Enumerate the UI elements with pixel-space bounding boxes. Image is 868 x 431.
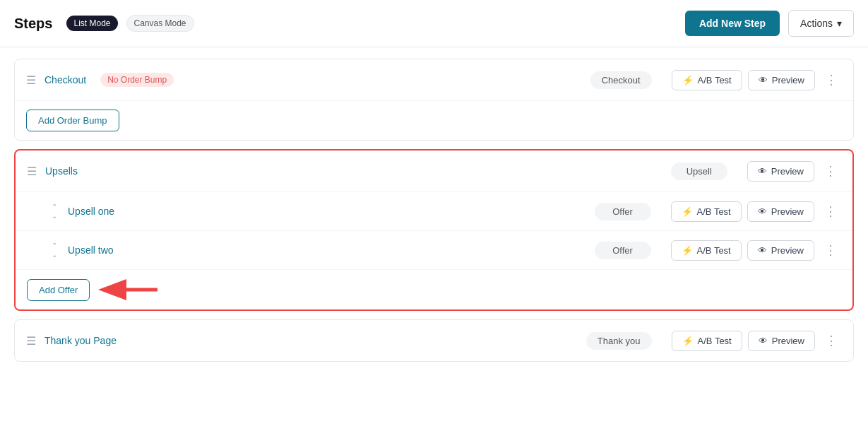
offer-name-upsell-one: Upsell one	[68, 206, 114, 217]
step-name-upsells: Upsells	[45, 165, 78, 177]
drag-icon-checkout[interactable]: ☰	[26, 73, 36, 87]
more-button-thankyou[interactable]: ⋮	[821, 330, 842, 351]
add-offer-button[interactable]: Add Offer	[27, 279, 90, 301]
step-type-checkout: Checkout	[590, 71, 652, 89]
step-actions-checkout: ⚡ A/B Test 👁 Preview ⋮	[672, 69, 842, 90]
chevron-group-upsell-one: ⌃ ⌄	[49, 203, 59, 220]
more-button-upsell-one[interactable]: ⋮	[820, 201, 841, 222]
red-arrow-annotation	[95, 277, 159, 302]
actions-button[interactable]: Actions ▾	[788, 10, 854, 37]
preview-button-thankyou[interactable]: 👁 Preview	[748, 331, 815, 351]
chevron-up-upsell-two[interactable]: ⌃	[49, 242, 59, 250]
chevron-group-upsell-two: ⌃ ⌄	[49, 242, 59, 259]
offer-actions-upsell-two: ⚡ A/B Test 👁 Preview ⋮	[671, 240, 841, 261]
ab-icon-upsell-two: ⚡	[682, 245, 693, 256]
step-name-checkout: Checkout	[44, 74, 86, 85]
preview-label-thankyou: Preview	[772, 336, 804, 346]
ab-icon-checkout: ⚡	[682, 75, 694, 85]
more-button-upsell-two[interactable]: ⋮	[820, 240, 841, 261]
preview-label-upsell-two: Preview	[771, 245, 804, 256]
ab-icon-upsell-one: ⚡	[682, 206, 693, 217]
offer-row-upsell-one: ⌃ ⌄ Upsell one Offer ⚡ A/B Test 👁 Previe…	[16, 191, 852, 230]
preview-button-checkout[interactable]: 👁 Preview	[748, 70, 815, 90]
offer-type-upsell-one: Offer	[595, 203, 651, 220]
ab-test-button-upsell-one[interactable]: ⚡ A/B Test	[671, 201, 742, 222]
more-button-checkout[interactable]: ⋮	[821, 69, 842, 90]
eye-icon-upsells: 👁	[758, 166, 767, 177]
canvas-mode-badge[interactable]: Canvas Mode	[126, 15, 194, 32]
eye-icon-checkout: 👁	[759, 75, 768, 85]
preview-label-upsell-one: Preview	[771, 206, 804, 217]
offer-name-upsell-two: Upsell two	[68, 244, 114, 256]
drag-icon-thankyou[interactable]: ☰	[26, 334, 36, 348]
ab-test-button-thankyou[interactable]: ⚡ A/B Test	[672, 331, 742, 351]
preview-button-upsell-one[interactable]: 👁 Preview	[747, 201, 814, 222]
offer-type-upsell-two: Offer	[595, 242, 651, 259]
add-offer-row: Add Offer	[16, 269, 852, 309]
ab-test-label-thankyou: A/B Test	[698, 336, 732, 346]
preview-button-upsells[interactable]: 👁 Preview	[747, 161, 814, 182]
add-order-bump-row: Add Order Bump	[15, 100, 853, 140]
list-mode-badge[interactable]: List Mode	[66, 16, 117, 31]
ab-icon-thankyou: ⚡	[682, 336, 694, 346]
eye-icon-upsell-one: 👁	[758, 206, 767, 217]
eye-icon-upsell-two: 👁	[758, 245, 767, 256]
ab-test-label-upsell-one: A/B Test	[697, 206, 731, 217]
page-title: Steps	[14, 16, 52, 32]
offer-row-upsell-two: ⌃ ⌄ Upsell two Offer ⚡ A/B Test 👁 Previe…	[16, 230, 852, 269]
chevron-up-upsell-one[interactable]: ⌃	[49, 203, 59, 211]
chevron-down-upsell-two[interactable]: ⌄	[49, 251, 59, 259]
content-area: ☰ Checkout No Order Bump Checkout ⚡ A/B …	[0, 47, 868, 373]
step-actions-upsells: 👁 Preview ⋮	[747, 160, 841, 182]
step-card-checkout: ☰ Checkout No Order Bump Checkout ⚡ A/B …	[14, 59, 854, 141]
eye-icon-thankyou: 👁	[759, 336, 768, 346]
step-card-upsells: ☰ Upsells Upsell 👁 Preview ⋮ ⌃ ⌄	[14, 149, 854, 311]
offer-actions-upsell-one: ⚡ A/B Test 👁 Preview ⋮	[671, 201, 841, 222]
step-type-thankyou: Thank you	[586, 332, 652, 350]
ab-test-button-checkout[interactable]: ⚡ A/B Test	[672, 70, 742, 90]
step-actions-thankyou: ⚡ A/B Test 👁 Preview ⋮	[672, 330, 842, 351]
chevron-down-icon: ▾	[837, 18, 842, 29]
ab-test-button-upsell-two[interactable]: ⚡ A/B Test	[671, 240, 742, 261]
preview-label-upsells: Preview	[771, 166, 804, 177]
preview-button-upsell-two[interactable]: 👁 Preview	[747, 240, 814, 261]
step-name-thankyou: Thank you Page	[44, 335, 117, 346]
step-row-checkout: ☰ Checkout No Order Bump Checkout ⚡ A/B …	[15, 59, 853, 100]
page-wrapper: Steps List Mode Canvas Mode Add New Step…	[0, 0, 868, 431]
chevron-down-upsell-one[interactable]: ⌄	[49, 212, 59, 220]
step-type-upsell: Upsell	[671, 163, 727, 180]
preview-label-checkout: Preview	[772, 75, 804, 85]
ab-test-label-checkout: A/B Test	[698, 75, 732, 85]
add-order-bump-button[interactable]: Add Order Bump	[26, 110, 119, 131]
step-row-thankyou: ☰ Thank you Page Thank you ⚡ A/B Test 👁 …	[15, 320, 853, 361]
ab-test-label-upsell-two: A/B Test	[697, 245, 731, 256]
step-row-upsells: ☰ Upsells Upsell 👁 Preview ⋮	[16, 150, 852, 191]
step-card-thankyou: ☰ Thank you Page Thank you ⚡ A/B Test 👁 …	[14, 319, 854, 362]
drag-icon-upsells[interactable]: ☰	[27, 165, 37, 178]
header: Steps List Mode Canvas Mode Add New Step…	[0, 0, 868, 47]
actions-label: Actions	[800, 18, 833, 29]
more-button-upsells[interactable]: ⋮	[820, 160, 841, 182]
step-tag-no-order-bump: No Order Bump	[100, 73, 174, 87]
add-new-step-button[interactable]: Add New Step	[685, 11, 780, 36]
